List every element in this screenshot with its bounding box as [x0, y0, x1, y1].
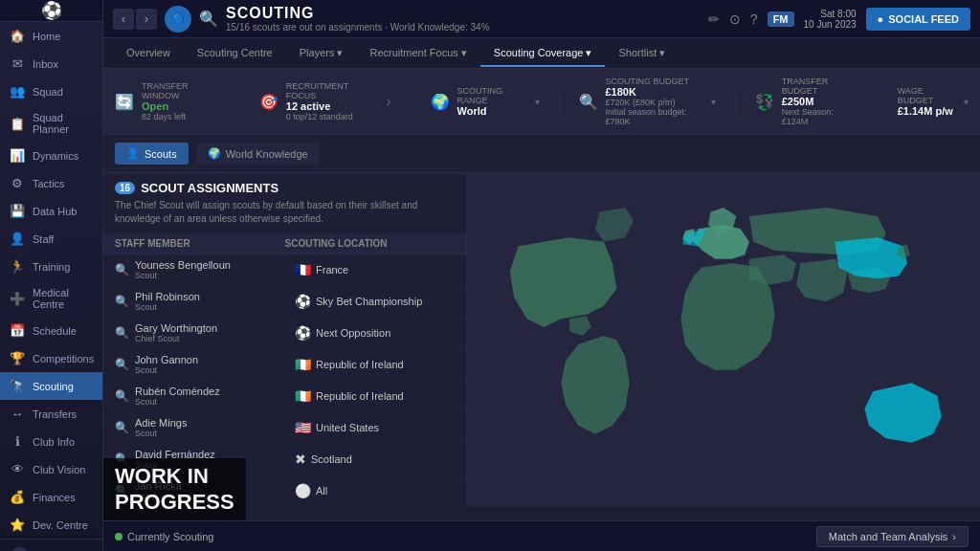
sidebar-label-13: Transfers [33, 408, 77, 420]
tab-scouting-centre[interactable]: Scouting Centre [184, 41, 286, 66]
location-flag-icon: 🇫🇷 [295, 262, 311, 277]
stats-bar: 🔄 TRANSFER WINDOW Open 82 days left 🎯 RE… [103, 69, 980, 135]
scouting-budget-dropdown-icon[interactable]: ▾ [711, 97, 716, 107]
match-analysis-button[interactable]: Match and Team Analysis › [816, 526, 969, 547]
tab-scouting-coverage[interactable]: Scouting Coverage ▾ [480, 41, 606, 67]
page-title: SCOUTING [226, 5, 701, 22]
divider-1 [239, 85, 240, 119]
transfer-window-label: TRANSFER WINDOW [142, 81, 220, 100]
recruitment-arrow-icon[interactable]: › [386, 93, 390, 110]
wage-budget-label: WAGE BUDGET [898, 86, 956, 105]
wip-line1: WORK IN [115, 464, 234, 489]
sidebar-item-training[interactable]: 🏃 Training [0, 253, 102, 280]
scout-location: ⚽ Sky Bet Championship [295, 294, 455, 309]
table-row[interactable]: 🔍 Rubén Coméndez Scout 🇮🇪 Republic of Ir… [103, 381, 466, 412]
transfer-budget-sub: Next Season: £124M [782, 107, 858, 126]
scouting-range-stat: 🌍 SCOUTING RANGE World ▾ [431, 86, 540, 117]
tab-players[interactable]: Players ▾ [286, 41, 357, 67]
sidebar-item-data-hub[interactable]: 💾 Data Hub [0, 197, 102, 225]
page-subtitle: 15/16 scouts are out on assignments · Wo… [226, 22, 701, 33]
scout-search-icon: 🔍 [115, 295, 129, 308]
sidebar-icon-15: 👁 [10, 462, 25, 476]
sub-tab-scouts[interactable]: 👤 Scouts [115, 143, 189, 165]
scout-info: John Gannon Scout [135, 354, 295, 375]
sidebar-item-squad[interactable]: 👥 Squad [0, 77, 102, 105]
sidebar-icon-10: 📅 [10, 323, 25, 338]
currently-scouting-label: Currently Scouting [127, 531, 214, 542]
sidebar-bottom: SI SPORTSINTERACTIVE [0, 539, 102, 551]
sub-tabs: 👤 Scouts 🌍 World Knowledge [103, 135, 980, 173]
sidebar-item-squad-planner[interactable]: 📋 Squad Planner [0, 105, 102, 142]
sidebar-item-staff[interactable]: 👤 Staff [0, 225, 102, 253]
nav-back-button[interactable]: ‹ [113, 9, 134, 30]
sidebar-item-tactics[interactable]: ⚙ Tactics [0, 169, 102, 197]
nav-forward-button[interactable]: › [136, 9, 157, 30]
sidebar-item-club-info[interactable]: ℹ Club Info [0, 428, 102, 455]
table-row[interactable]: 🔍 Phil Robinson Scout ⚽ Sky Bet Champion… [103, 286, 466, 318]
wage-budget-dropdown-icon[interactable]: ▾ [964, 97, 969, 107]
circle-icon[interactable]: ⊙ [729, 11, 741, 27]
sidebar-item-inbox[interactable]: ✉ Inbox [0, 50, 102, 77]
wip-overlay: WORK IN PROGRESS [103, 458, 246, 520]
sidebar-item-schedule[interactable]: 📅 Schedule [0, 317, 102, 344]
assignments-left: 16 SCOUT ASSIGNMENTS The Chief Scout wil… [103, 173, 467, 507]
sidebar-label-12: Scouting [33, 381, 74, 392]
transfer-budget-value: £250M [782, 96, 858, 107]
sidebar-label-4: Dynamics [33, 150, 78, 162]
sidebar-item-transfers[interactable]: ↔ Transfers [0, 400, 102, 428]
divider-3 [559, 85, 560, 119]
sidebar-label-15: Club Vision [33, 464, 85, 475]
sidebar-icon-13: ↔ [10, 407, 25, 421]
scout-location: ⚪ All [295, 483, 455, 498]
sidebar-label-16: Finances [33, 492, 76, 503]
nav-arrows: ‹ › [113, 9, 157, 30]
social-feed-button[interactable]: ● SOCIAL FEED [866, 8, 970, 31]
sidebar-item-home[interactable]: 🏠 Home [0, 22, 102, 50]
table-row[interactable]: 🔍 Gary Worthington Chief Scout ⚽ Next Op… [103, 318, 466, 349]
sidebar-item-dynamics[interactable]: 📊 Dynamics [0, 142, 102, 169]
tab-recruitment-focus[interactable]: Recruitment Focus ▾ [356, 41, 479, 67]
scouting-range-dropdown-icon[interactable]: ▾ [535, 97, 540, 107]
match-analysis-arrow-icon: › [952, 531, 956, 542]
pencil-icon[interactable]: ✏ [708, 11, 720, 27]
location-text: Next Opposition [316, 327, 390, 339]
sidebar-label-1: Inbox [33, 58, 58, 70]
tab-shortlist[interactable]: Shortlist ▾ [605, 41, 679, 67]
sidebar-item-scouting[interactable]: 🔭 Scouting [0, 372, 102, 400]
tab-overview[interactable]: Overview [113, 41, 184, 66]
help-icon[interactable]: ? [750, 11, 758, 27]
topbar: ‹ › 🔵 🔍 SCOUTING 15/16 scouts are out on… [103, 0, 980, 38]
sidebar-icon-3: 📋 [10, 117, 25, 131]
table-row[interactable]: 🔍 John Gannon Scout 🇮🇪 Republic of Irela… [103, 349, 466, 381]
sidebar-item-dev.-centre[interactable]: ⭐ Dev. Centre [0, 511, 102, 539]
wip-line2: PROGRESS [115, 490, 234, 515]
sidebar-item-competitions[interactable]: 🏆 Competitions [0, 344, 102, 372]
scouting-dot-icon [115, 533, 122, 540]
recruitment-focus-stat: 🎯 RECRUITMENT FOCUS 12 active 0 top/12 s… [259, 81, 391, 121]
location-flag-icon: ⚽ [295, 294, 311, 309]
assignments-section: 16 SCOUT ASSIGNMENTS The Chief Scout wil… [103, 173, 980, 507]
scouting-budget-stat: 🔍 SCOUTING BUDGET £180K £720K (£80K p/m)… [579, 77, 716, 126]
sidebar-item-finances[interactable]: 💰 Finances [0, 483, 102, 511]
scout-location: 🇮🇪 Republic of Ireland [295, 388, 455, 404]
location-flag-icon: 🇺🇸 [295, 420, 311, 435]
world-map-svg [467, 173, 980, 507]
scout-location: ✖ Scotland [295, 452, 455, 467]
sidebar-item-medical-centre[interactable]: ➕ Medical Centre [0, 280, 102, 317]
calendar-icon: 🔄 [115, 93, 134, 111]
magnify-icon: 🔍 [579, 93, 598, 111]
table-row[interactable]: 🔍 Youness Bengelloun Scout 🇫🇷 France [103, 254, 466, 286]
sidebar-label-6: Data Hub [33, 206, 77, 217]
table-header: STAFF MEMBER SCOUTING LOCATION [103, 233, 466, 254]
assignments-title: 16 SCOUT ASSIGNMENTS [115, 181, 455, 195]
recruitment-value: 12 active [286, 100, 371, 112]
sidebar-icon-12: 🔭 [10, 379, 25, 393]
scout-info: Adie Mings Scout [135, 417, 295, 438]
scout-name: Gary Worthington [135, 322, 295, 334]
sidebar-item-club-vision[interactable]: 👁 Club Vision [0, 455, 102, 483]
date-line1: Sat 8:00 [804, 9, 857, 19]
table-row[interactable]: 🔍 Adie Mings Scout 🇺🇸 United States [103, 412, 466, 444]
sidebar: ⚽ 🏠 Home ✉ Inbox 👥 Squad 📋 Squad Planner… [0, 0, 103, 551]
scout-search-icon: 🔍 [115, 326, 129, 340]
sub-tab-world-knowledge[interactable]: 🌍 World Knowledge [196, 143, 320, 165]
